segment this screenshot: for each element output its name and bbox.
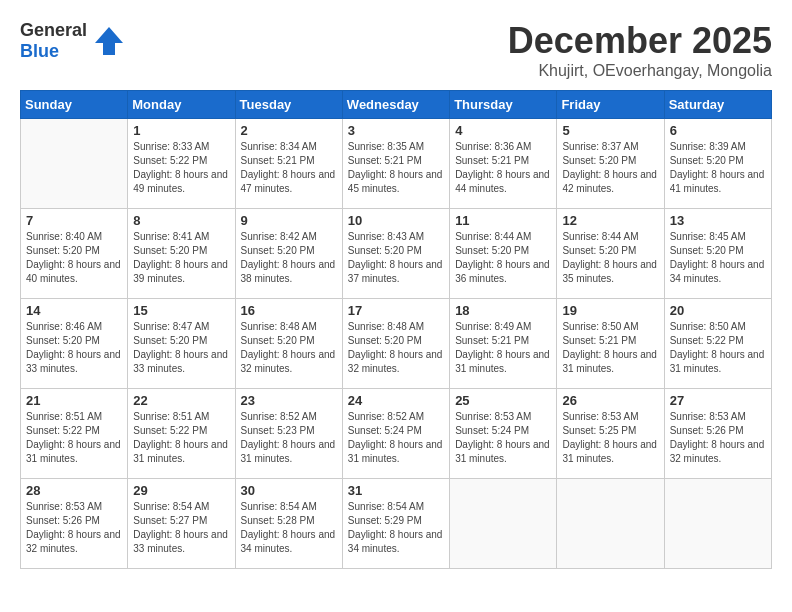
location-subtitle: Khujirt, OEvoerhangay, Mongolia <box>508 62 772 80</box>
calendar-day-17: 17Sunrise: 8:48 AMSunset: 5:20 PMDayligh… <box>342 299 449 389</box>
day-number: 16 <box>241 303 337 318</box>
calendar-day-14: 14Sunrise: 8:46 AMSunset: 5:20 PMDayligh… <box>21 299 128 389</box>
calendar-day-2: 2Sunrise: 8:34 AMSunset: 5:21 PMDaylight… <box>235 119 342 209</box>
calendar-table: SundayMondayTuesdayWednesdayThursdayFrid… <box>20 90 772 569</box>
calendar-empty-cell <box>450 479 557 569</box>
calendar-day-8: 8Sunrise: 8:41 AMSunset: 5:20 PMDaylight… <box>128 209 235 299</box>
day-info: Sunrise: 8:41 AMSunset: 5:20 PMDaylight:… <box>133 230 229 286</box>
calendar-day-18: 18Sunrise: 8:49 AMSunset: 5:21 PMDayligh… <box>450 299 557 389</box>
day-number: 3 <box>348 123 444 138</box>
logo-text: General Blue <box>20 20 87 62</box>
day-info: Sunrise: 8:48 AMSunset: 5:20 PMDaylight:… <box>348 320 444 376</box>
day-info: Sunrise: 8:36 AMSunset: 5:21 PMDaylight:… <box>455 140 551 196</box>
day-info: Sunrise: 8:45 AMSunset: 5:20 PMDaylight:… <box>670 230 766 286</box>
calendar-day-15: 15Sunrise: 8:47 AMSunset: 5:20 PMDayligh… <box>128 299 235 389</box>
calendar-day-25: 25Sunrise: 8:53 AMSunset: 5:24 PMDayligh… <box>450 389 557 479</box>
calendar-day-28: 28Sunrise: 8:53 AMSunset: 5:26 PMDayligh… <box>21 479 128 569</box>
day-info: Sunrise: 8:51 AMSunset: 5:22 PMDaylight:… <box>133 410 229 466</box>
day-info: Sunrise: 8:52 AMSunset: 5:24 PMDaylight:… <box>348 410 444 466</box>
day-number: 28 <box>26 483 122 498</box>
day-header-tuesday: Tuesday <box>235 91 342 119</box>
calendar-day-26: 26Sunrise: 8:53 AMSunset: 5:25 PMDayligh… <box>557 389 664 479</box>
month-title: December 2025 <box>508 20 772 62</box>
title-section: December 2025 Khujirt, OEvoerhangay, Mon… <box>508 20 772 80</box>
calendar-day-31: 31Sunrise: 8:54 AMSunset: 5:29 PMDayligh… <box>342 479 449 569</box>
calendar-day-10: 10Sunrise: 8:43 AMSunset: 5:20 PMDayligh… <box>342 209 449 299</box>
calendar-day-11: 11Sunrise: 8:44 AMSunset: 5:20 PMDayligh… <box>450 209 557 299</box>
day-info: Sunrise: 8:37 AMSunset: 5:20 PMDaylight:… <box>562 140 658 196</box>
calendar-week-row: 1Sunrise: 8:33 AMSunset: 5:22 PMDaylight… <box>21 119 772 209</box>
calendar-day-21: 21Sunrise: 8:51 AMSunset: 5:22 PMDayligh… <box>21 389 128 479</box>
day-number: 10 <box>348 213 444 228</box>
calendar-day-30: 30Sunrise: 8:54 AMSunset: 5:28 PMDayligh… <box>235 479 342 569</box>
calendar-day-24: 24Sunrise: 8:52 AMSunset: 5:24 PMDayligh… <box>342 389 449 479</box>
day-header-thursday: Thursday <box>450 91 557 119</box>
day-number: 26 <box>562 393 658 408</box>
calendar-empty-cell <box>21 119 128 209</box>
day-info: Sunrise: 8:53 AMSunset: 5:26 PMDaylight:… <box>670 410 766 466</box>
day-number: 12 <box>562 213 658 228</box>
day-number: 17 <box>348 303 444 318</box>
calendar-header-row: SundayMondayTuesdayWednesdayThursdayFrid… <box>21 91 772 119</box>
day-info: Sunrise: 8:50 AMSunset: 5:21 PMDaylight:… <box>562 320 658 376</box>
calendar-day-19: 19Sunrise: 8:50 AMSunset: 5:21 PMDayligh… <box>557 299 664 389</box>
day-info: Sunrise: 8:40 AMSunset: 5:20 PMDaylight:… <box>26 230 122 286</box>
day-info: Sunrise: 8:43 AMSunset: 5:20 PMDaylight:… <box>348 230 444 286</box>
calendar-day-9: 9Sunrise: 8:42 AMSunset: 5:20 PMDaylight… <box>235 209 342 299</box>
calendar-day-16: 16Sunrise: 8:48 AMSunset: 5:20 PMDayligh… <box>235 299 342 389</box>
logo-blue: Blue <box>20 41 59 61</box>
calendar-day-27: 27Sunrise: 8:53 AMSunset: 5:26 PMDayligh… <box>664 389 771 479</box>
day-number: 22 <box>133 393 229 408</box>
day-number: 14 <box>26 303 122 318</box>
calendar-day-3: 3Sunrise: 8:35 AMSunset: 5:21 PMDaylight… <box>342 119 449 209</box>
day-number: 4 <box>455 123 551 138</box>
day-info: Sunrise: 8:54 AMSunset: 5:27 PMDaylight:… <box>133 500 229 556</box>
calendar-day-23: 23Sunrise: 8:52 AMSunset: 5:23 PMDayligh… <box>235 389 342 479</box>
day-info: Sunrise: 8:53 AMSunset: 5:26 PMDaylight:… <box>26 500 122 556</box>
calendar-day-6: 6Sunrise: 8:39 AMSunset: 5:20 PMDaylight… <box>664 119 771 209</box>
day-number: 1 <box>133 123 229 138</box>
day-number: 21 <box>26 393 122 408</box>
day-info: Sunrise: 8:33 AMSunset: 5:22 PMDaylight:… <box>133 140 229 196</box>
day-header-monday: Monday <box>128 91 235 119</box>
logo-icon <box>91 23 127 59</box>
day-info: Sunrise: 8:44 AMSunset: 5:20 PMDaylight:… <box>562 230 658 286</box>
day-header-saturday: Saturday <box>664 91 771 119</box>
day-number: 19 <box>562 303 658 318</box>
day-number: 6 <box>670 123 766 138</box>
day-number: 11 <box>455 213 551 228</box>
logo-general: General <box>20 20 87 40</box>
day-info: Sunrise: 8:53 AMSunset: 5:24 PMDaylight:… <box>455 410 551 466</box>
day-info: Sunrise: 8:53 AMSunset: 5:25 PMDaylight:… <box>562 410 658 466</box>
calendar-day-20: 20Sunrise: 8:50 AMSunset: 5:22 PMDayligh… <box>664 299 771 389</box>
day-info: Sunrise: 8:51 AMSunset: 5:22 PMDaylight:… <box>26 410 122 466</box>
calendar-day-13: 13Sunrise: 8:45 AMSunset: 5:20 PMDayligh… <box>664 209 771 299</box>
day-info: Sunrise: 8:34 AMSunset: 5:21 PMDaylight:… <box>241 140 337 196</box>
calendar-week-row: 14Sunrise: 8:46 AMSunset: 5:20 PMDayligh… <box>21 299 772 389</box>
day-number: 29 <box>133 483 229 498</box>
day-number: 27 <box>670 393 766 408</box>
day-number: 15 <box>133 303 229 318</box>
day-info: Sunrise: 8:42 AMSunset: 5:20 PMDaylight:… <box>241 230 337 286</box>
page-header: General Blue December 2025 Khujirt, OEvo… <box>20 20 772 80</box>
day-number: 9 <box>241 213 337 228</box>
day-number: 30 <box>241 483 337 498</box>
logo: General Blue <box>20 20 127 62</box>
day-info: Sunrise: 8:48 AMSunset: 5:20 PMDaylight:… <box>241 320 337 376</box>
day-header-sunday: Sunday <box>21 91 128 119</box>
calendar-week-row: 28Sunrise: 8:53 AMSunset: 5:26 PMDayligh… <box>21 479 772 569</box>
calendar-day-12: 12Sunrise: 8:44 AMSunset: 5:20 PMDayligh… <box>557 209 664 299</box>
day-info: Sunrise: 8:54 AMSunset: 5:28 PMDaylight:… <box>241 500 337 556</box>
day-number: 13 <box>670 213 766 228</box>
day-info: Sunrise: 8:52 AMSunset: 5:23 PMDaylight:… <box>241 410 337 466</box>
calendar-day-1: 1Sunrise: 8:33 AMSunset: 5:22 PMDaylight… <box>128 119 235 209</box>
day-info: Sunrise: 8:54 AMSunset: 5:29 PMDaylight:… <box>348 500 444 556</box>
day-number: 25 <box>455 393 551 408</box>
day-number: 8 <box>133 213 229 228</box>
day-header-wednesday: Wednesday <box>342 91 449 119</box>
calendar-empty-cell <box>664 479 771 569</box>
calendar-empty-cell <box>557 479 664 569</box>
day-header-friday: Friday <box>557 91 664 119</box>
calendar-day-7: 7Sunrise: 8:40 AMSunset: 5:20 PMDaylight… <box>21 209 128 299</box>
calendar-day-4: 4Sunrise: 8:36 AMSunset: 5:21 PMDaylight… <box>450 119 557 209</box>
